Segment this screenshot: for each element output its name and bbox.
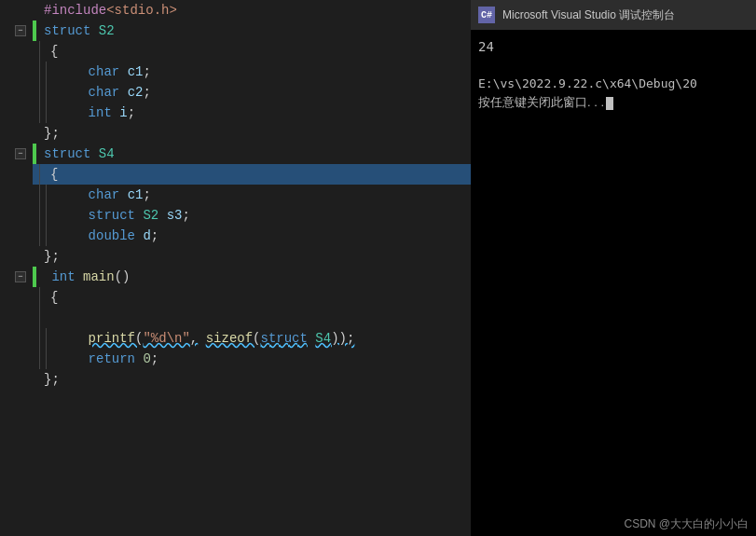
gutter-13 — [0, 246, 33, 267]
code-line-6: int i; — [0, 103, 471, 123]
line-content-10: char c1; — [49, 185, 471, 205]
console-path-line: E:\vs\2022.9.22.c\x64\Debug\20 — [478, 75, 749, 93]
console-empty-line — [478, 56, 749, 75]
code-line-3: { — [0, 41, 471, 62]
gutter-18 — [0, 349, 33, 369]
gutter-8: − — [0, 144, 33, 164]
code-line-14: − int main() — [0, 267, 471, 287]
vline-6b — [46, 103, 47, 123]
vs-icon: C# — [478, 7, 495, 23]
console-title: Microsoft Visual Studio 调试控制台 — [502, 7, 675, 23]
console-output-number: 24 — [478, 39, 494, 54]
vline-5b — [46, 82, 47, 103]
code-area: #include<stdio.h> − struct S2 { — [0, 0, 471, 390]
vline-17b — [46, 328, 47, 349]
code-line-12: double d; — [0, 226, 471, 246]
line-content-9: { — [43, 164, 471, 185]
indicator-10 — [33, 185, 36, 205]
vline-11b — [46, 205, 47, 226]
vline-18 — [39, 349, 40, 369]
code-line-19: }; — [0, 369, 471, 390]
code-line-10: char c1; — [0, 185, 471, 205]
line-content-5: char c2; — [49, 82, 471, 103]
console-footer: CSDN @大大白的小小白 — [471, 513, 756, 536]
indicator-5 — [33, 82, 36, 103]
fold-button-2[interactable]: − — [15, 25, 26, 36]
indicator-15 — [33, 287, 36, 308]
gutter-19 — [0, 369, 33, 390]
vline-16 — [39, 308, 40, 328]
line-content-18: return 0; — [49, 349, 471, 369]
line-content-1: #include<stdio.h> — [36, 0, 471, 21]
code-line-11: struct S2 s3; — [0, 205, 471, 226]
console-prompt-line: 按任意键关闭此窗口. . . — [478, 93, 749, 112]
gutter-6 — [0, 103, 33, 123]
vline-10 — [39, 185, 40, 205]
line-content-15: { — [43, 287, 471, 308]
code-line-17: printf("%d\n", sizeof(struct S4)); — [0, 328, 471, 349]
code-line-2: − struct S2 — [0, 21, 471, 41]
code-line-4: char c1; — [0, 62, 471, 82]
line-content-7: }; — [36, 123, 471, 144]
indicator-9 — [33, 164, 36, 185]
line-content-14: int main() — [36, 267, 471, 287]
vline-5 — [39, 82, 40, 103]
gutter-12 — [0, 226, 33, 246]
gutter-10 — [0, 185, 33, 205]
code-line-15: { — [0, 287, 471, 308]
line-content-16 — [43, 308, 471, 328]
gutter-16 — [0, 308, 33, 328]
vline-3 — [39, 41, 40, 62]
gutter-1 — [0, 0, 33, 21]
indicator-3 — [33, 41, 36, 62]
console-output-line: 24 — [478, 37, 749, 56]
code-line-7: }; — [0, 123, 471, 144]
gutter-14: − — [0, 267, 33, 287]
gutter-7 — [0, 123, 33, 144]
cursor — [606, 97, 613, 110]
line-content-8: struct S4 — [36, 144, 471, 164]
fold-button-14[interactable]: − — [15, 271, 26, 282]
vline-6 — [39, 103, 40, 123]
gutter-2: − — [0, 21, 33, 41]
vline-4b — [46, 62, 47, 82]
vs-icon-label: C# — [481, 10, 492, 21]
indicator-6 — [33, 103, 36, 123]
line-content-17: printf("%d\n", sizeof(struct S4)); — [49, 328, 471, 349]
indicator-12 — [33, 226, 36, 246]
vline-4 — [39, 62, 40, 82]
code-line-16 — [0, 308, 471, 328]
line-content-2: struct S2 — [36, 21, 471, 41]
console-body: 24 E:\vs\2022.9.22.c\x64\Debug\20 按任意键关闭… — [471, 30, 756, 513]
vline-18b — [46, 349, 47, 369]
vline-12 — [39, 226, 40, 246]
code-line-1: #include<stdio.h> — [0, 0, 471, 21]
console-prompt-text: 按任意键关闭此窗口. . . — [478, 95, 604, 109]
indicator-4 — [33, 62, 36, 82]
footer-text: CSDN @大大白的小小白 — [624, 517, 749, 530]
console-panel: C# Microsoft Visual Studio 调试控制台 24 E:\v… — [471, 0, 756, 536]
console-titlebar: C# Microsoft Visual Studio 调试控制台 — [471, 0, 756, 30]
indicator-11 — [33, 205, 36, 226]
indicator-18 — [33, 349, 36, 369]
code-line-5: char c2; — [0, 82, 471, 103]
line-content-12: double d; — [49, 226, 471, 246]
line-content-11: struct S2 s3; — [49, 205, 471, 226]
fold-button-8[interactable]: − — [15, 148, 26, 159]
gutter-5 — [0, 82, 33, 103]
vline-17 — [39, 328, 40, 349]
gutter-17 — [0, 328, 33, 349]
line-content-6: int i; — [49, 103, 471, 123]
line-content-13: }; — [36, 246, 471, 267]
vline-11 — [39, 205, 40, 226]
code-editor: #include<stdio.h> − struct S2 { — [0, 0, 471, 536]
gutter-15 — [0, 287, 33, 308]
gutter-11 — [0, 205, 33, 226]
gutter-3 — [0, 41, 33, 62]
gutter-4 — [0, 62, 33, 82]
line-content-4: char c1; — [49, 62, 471, 82]
code-line-9: { — [0, 164, 471, 185]
line-content-19: }; — [36, 369, 471, 390]
code-line-18: return 0; — [0, 349, 471, 369]
vline-12b — [46, 226, 47, 246]
